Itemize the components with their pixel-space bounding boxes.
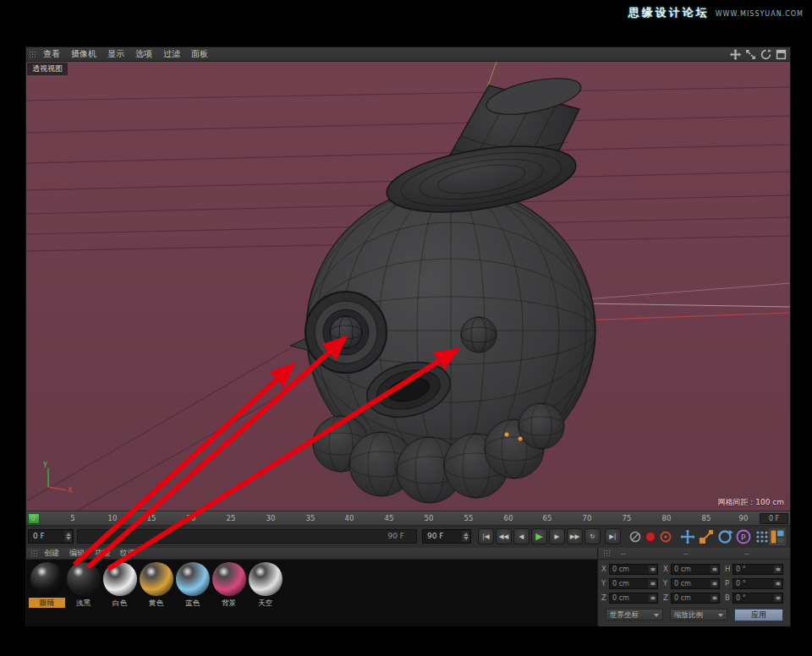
spinner-icon[interactable]	[774, 566, 782, 573]
play-button[interactable]: ▶	[531, 528, 547, 544]
size-z-label: Z	[663, 593, 668, 602]
pos-z-field[interactable]: 0 cm	[609, 593, 658, 604]
panel-grip-icon[interactable]	[603, 549, 610, 557]
spinner-icon[interactable]	[710, 594, 718, 602]
viewport-canvas[interactable]: 透视视图	[26, 62, 790, 511]
material-menu-create[interactable]: 创建	[44, 548, 59, 559]
render-settings-icon[interactable]	[754, 528, 771, 545]
spinner-icon[interactable]	[649, 594, 656, 602]
material-item[interactable]: 蓝色	[174, 562, 211, 626]
rot-b-field[interactable]: 0 °	[732, 593, 783, 604]
size-y-field[interactable]: 0 cm	[671, 578, 720, 589]
spinner-icon[interactable]	[774, 580, 782, 588]
layout-switch-icon[interactable]	[769, 528, 786, 545]
menu-camera[interactable]: 摄像机	[71, 48, 96, 60]
svg-text:P: P	[741, 533, 746, 542]
material-manager: 创建 编辑 功能 纹理 眼睛 浅黑 白色	[26, 548, 598, 626]
pos-x-field[interactable]: 0 cm	[609, 564, 658, 575]
rotate-tool-icon[interactable]	[716, 528, 733, 545]
apply-button[interactable]: 应用	[734, 609, 783, 621]
loop-mode-button[interactable]: ↻	[584, 528, 601, 544]
timeline-ruler[interactable]: 0 5 10 15 20 25 30 35 40 45 50 55 60 65 …	[26, 511, 790, 526]
bottom-panels: 创建 编辑 功能 纹理 眼睛 浅黑 白色	[26, 548, 790, 626]
maximize-view-icon[interactable]	[776, 49, 787, 60]
coord-system-icon[interactable]: P	[735, 528, 752, 545]
coord-system-dropdown[interactable]: 世界坐标	[606, 609, 663, 620]
autokey-icon[interactable]	[659, 530, 672, 544]
material-list: 眼睛 浅黑 白色 黄色 蓝色	[26, 560, 597, 626]
coord-col-header: --	[621, 550, 626, 558]
ruler-tick: 20	[187, 514, 196, 522]
ruler-tick: 0	[30, 514, 35, 522]
rot-p-field[interactable]: 0 °	[732, 578, 783, 589]
material-item[interactable]: 天空	[247, 562, 283, 626]
material-preview-sphere[interactable]	[176, 562, 210, 596]
material-preview-sphere[interactable]	[249, 562, 283, 596]
pos-x-label: X	[601, 565, 606, 573]
frame-spinner-icon[interactable]	[64, 531, 72, 542]
end-frame-spinner-icon[interactable]	[462, 531, 469, 542]
material-menu-edit[interactable]: 编辑	[69, 548, 85, 559]
goto-end-button[interactable]: ▶|	[605, 528, 621, 544]
move-tool-icon[interactable]	[679, 528, 696, 545]
size-z-field[interactable]: 0 cm	[671, 593, 720, 604]
power-slider[interactable]: 90 F	[77, 529, 417, 544]
ruler-tick: 70	[583, 514, 592, 522]
material-menu-function[interactable]: 功能	[95, 548, 110, 559]
size-x-field[interactable]: 0 cm	[671, 564, 720, 575]
end-frame-field[interactable]: 90 F	[422, 529, 471, 544]
size-x-label: X	[663, 565, 668, 573]
spinner-icon[interactable]	[710, 566, 718, 573]
next-frame-button[interactable]: ▶	[549, 528, 565, 544]
material-label: 浅黑	[65, 598, 102, 608]
ruler-tick: 80	[662, 514, 672, 522]
viewport-nav-icons	[730, 49, 790, 60]
rot-h-field[interactable]: 0 °	[732, 564, 783, 575]
scale-tool-icon[interactable]	[698, 528, 715, 545]
material-item[interactable]: 黄色	[138, 562, 174, 626]
material-preview-sphere[interactable]	[30, 562, 64, 596]
menu-filter[interactable]: 过滤	[163, 48, 180, 60]
spinner-icon[interactable]	[710, 580, 718, 588]
rotate-view-icon[interactable]	[760, 49, 771, 60]
menu-view[interactable]: 查看	[43, 48, 60, 60]
spinner-icon[interactable]	[774, 594, 782, 602]
material-preview-sphere[interactable]	[140, 562, 173, 596]
material-item[interactable]: 浅黑	[65, 562, 102, 626]
view-label[interactable]: 透视视图	[27, 63, 68, 75]
material-preview-sphere[interactable]	[67, 562, 101, 596]
menu-display[interactable]: 显示	[107, 48, 124, 60]
material-menu-texture[interactable]: 纹理	[120, 548, 135, 559]
panel-grip-icon[interactable]	[29, 51, 36, 58]
pos-y-field[interactable]: 0 cm	[609, 578, 658, 589]
ruler-tick: 5	[70, 514, 74, 522]
material-item[interactable]: 眼睛	[29, 562, 65, 626]
prev-frame-button[interactable]: ◀	[513, 528, 529, 544]
axis-gizmo: Y X	[40, 460, 74, 494]
record-icon[interactable]	[644, 530, 657, 544]
viewport-menubar: 查看 摄像机 显示 选项 过滤 面板	[26, 47, 790, 62]
material-item[interactable]: 背景	[211, 562, 247, 626]
coordinate-header	[599, 548, 790, 560]
material-preview-sphere[interactable]	[212, 562, 246, 596]
site-name: 思缘设计论坛	[628, 5, 710, 20]
keyframe-icon[interactable]	[628, 530, 642, 544]
menu-panel[interactable]: 面板	[191, 48, 208, 60]
pan-view-icon[interactable]	[730, 49, 741, 60]
prev-key-button[interactable]: ◀◀	[496, 528, 512, 544]
material-item[interactable]: 白色	[102, 562, 138, 626]
spinner-icon[interactable]	[649, 566, 656, 573]
menu-options[interactable]: 选项	[135, 48, 152, 60]
ruler-tick: 50	[425, 514, 434, 522]
next-key-button[interactable]: ▶▶	[567, 528, 583, 544]
panel-grip-icon[interactable]	[30, 549, 37, 557]
spinner-icon[interactable]	[649, 580, 656, 588]
zoom-view-icon[interactable]	[745, 49, 756, 60]
goto-start-button[interactable]: |◀	[478, 528, 494, 544]
scale-mode-dropdown[interactable]: 缩放比例	[670, 609, 727, 620]
current-frame-field[interactable]: 0 F	[28, 529, 74, 544]
ruler-frame-field[interactable]: 0 F	[760, 513, 788, 524]
material-preview-sphere[interactable]	[103, 562, 137, 596]
material-label: 眼睛	[29, 598, 65, 608]
ruler-tick: 65	[543, 514, 552, 522]
